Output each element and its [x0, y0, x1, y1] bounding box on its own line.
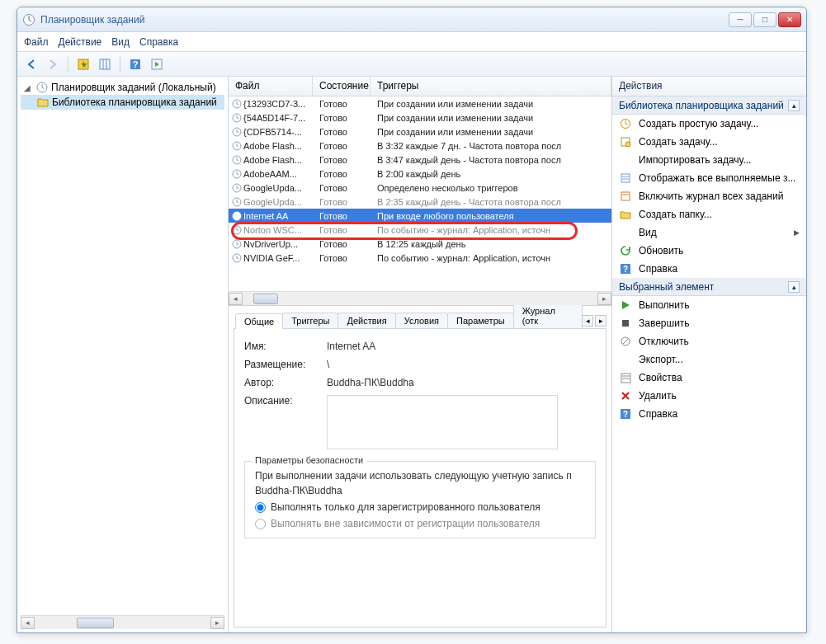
column-triggers[interactable]: Триггеры: [371, 77, 611, 96]
task-row[interactable]: AdobeAAM...ГотовоВ 2:00 каждый день: [229, 167, 611, 181]
menu-file[interactable]: Файл: [24, 36, 49, 48]
scroll-left-icon[interactable]: ◂: [229, 293, 243, 305]
action-delete[interactable]: Удалить: [612, 387, 806, 405]
scroll-thumb[interactable]: [253, 294, 278, 304]
help-toolbar-icon[interactable]: ?: [126, 55, 144, 73]
tree-root[interactable]: ◢ Планировщик заданий (Локальный): [21, 80, 224, 95]
close-button[interactable]: ✕: [778, 12, 801, 27]
action-properties[interactable]: Свойства: [612, 369, 806, 387]
task-row[interactable]: Adobe Flash...ГотовоВ 3:32 каждые 7 дн. …: [229, 139, 611, 153]
collapse-icon[interactable]: ▴: [788, 100, 800, 111]
tab-conditions[interactable]: Условия: [395, 313, 448, 328]
toolbar-separator: [120, 57, 120, 72]
tree-library-label: Библиотека планировщика заданий: [52, 96, 217, 108]
nav-forward-button[interactable]: [44, 55, 62, 73]
collapse-icon[interactable]: ▴: [788, 281, 800, 293]
menu-view[interactable]: Вид: [111, 36, 130, 48]
action-create-basic[interactable]: Создать простую задачу...: [612, 115, 806, 133]
task-row[interactable]: Adobe Flash...ГотовоВ 3:47 каждый день -…: [229, 153, 611, 167]
svg-rect-27: [621, 192, 630, 200]
action-disable[interactable]: Отключить: [612, 332, 806, 350]
action-help2[interactable]: ? Справка: [612, 405, 806, 423]
tree-hscrollbar[interactable]: ◂ ▸: [21, 615, 224, 629]
properties-icon: [619, 371, 632, 384]
minimize-button[interactable]: ─: [729, 12, 752, 27]
field-location-value: \: [327, 359, 596, 370]
scope-icon[interactable]: [74, 55, 92, 73]
scroll-left-icon[interactable]: ◂: [21, 617, 35, 629]
action-help[interactable]: ? Справка: [612, 260, 806, 278]
action-create-task[interactable]: Создать задачу...: [612, 133, 806, 151]
task-name: Norton WSC...: [243, 225, 302, 235]
clock-icon: [232, 253, 242, 263]
task-row[interactable]: GoogleUpda...ГотовоОпределено несколько …: [229, 181, 611, 195]
svg-rect-24: [621, 174, 630, 182]
task-row[interactable]: {CDFB5714-...ГотовоПри создании или изме…: [229, 125, 611, 139]
field-description-box[interactable]: [327, 395, 558, 449]
svg-text:?: ?: [623, 410, 628, 419]
task-trigger: При создании или изменении задачи: [371, 113, 611, 123]
task-status: Готово: [313, 253, 371, 263]
action-view[interactable]: Вид ▶: [612, 223, 806, 242]
expand-icon[interactable]: ◢: [24, 83, 33, 92]
tab-settings[interactable]: Параметры: [447, 313, 514, 328]
action-export[interactable]: Экспорт...: [612, 350, 806, 369]
radio-logged-on-label: Выполнять только для зарегистрированного…: [271, 501, 540, 513]
action-run[interactable]: Выполнить: [612, 296, 806, 314]
task-status: Готово: [313, 141, 371, 151]
action-refresh[interactable]: Обновить: [612, 242, 806, 260]
field-author-label: Автор:: [244, 377, 327, 388]
action-new-folder[interactable]: Создать папку...: [612, 205, 806, 223]
task-row[interactable]: Norton WSC...ГотовоПо событию - журнал: …: [229, 223, 611, 237]
tab-general[interactable]: Общие: [235, 313, 283, 329]
tab-actions[interactable]: Действия: [337, 313, 395, 328]
menu-action[interactable]: Действие: [59, 36, 102, 48]
maximize-button[interactable]: □: [753, 12, 776, 27]
columns-icon[interactable]: [96, 55, 114, 73]
help-icon: ?: [619, 262, 632, 275]
field-name-value: Internet AA: [327, 341, 596, 352]
actions-section-library[interactable]: Библиотека планировщика заданий ▴: [612, 96, 806, 115]
task-trigger: По событию - журнал: Application, источн: [371, 253, 611, 263]
nav-back-button[interactable]: [22, 55, 40, 73]
tab-scroll-right[interactable]: ▸: [595, 315, 607, 327]
svg-line-33: [623, 339, 628, 344]
toolbar-separator: [68, 57, 68, 72]
actions-section-selected[interactable]: Выбранный элемент ▴: [612, 278, 806, 296]
task-row[interactable]: Internet AAГотовоПри входе любого пользо…: [229, 209, 611, 223]
column-status[interactable]: Состояние: [313, 77, 371, 96]
task-name: Internet AA: [243, 211, 288, 221]
action-end[interactable]: Завершить: [612, 314, 806, 332]
scroll-right-icon[interactable]: ▸: [597, 293, 611, 305]
tree-library[interactable]: Библиотека планировщика заданий: [21, 95, 224, 110]
task-name: {CDFB5714-...: [243, 127, 302, 137]
radio-logged-on[interactable]: [255, 502, 266, 513]
task-row[interactable]: NvDriverUp...ГотовоВ 12:25 каждый день: [229, 237, 611, 251]
task-row[interactable]: {54A5D14F-7...ГотовоПри создании или изм…: [229, 110, 611, 125]
menu-help[interactable]: Справка: [139, 36, 178, 48]
task-row[interactable]: NVIDIA GeF...ГотовоПо событию - журнал: …: [229, 251, 611, 265]
task-trigger: При входе любого пользователя: [371, 211, 611, 221]
run-toolbar-icon[interactable]: [148, 55, 166, 73]
action-show-running[interactable]: Отображать все выполняемые з...: [612, 169, 806, 187]
task-name: Adobe Flash...: [243, 155, 302, 165]
window-title: Планировщик заданий: [40, 14, 727, 26]
action-enable-history[interactable]: Включить журнал всех заданий: [612, 187, 806, 205]
scroll-right-icon[interactable]: ▸: [210, 617, 224, 629]
field-location-label: Размещение:: [244, 359, 327, 370]
tasklist-hscrollbar[interactable]: ◂ ▸: [229, 291, 611, 305]
tree-pane: ◢ Планировщик заданий (Локальный) Библио…: [17, 77, 229, 632]
task-trigger: Определено несколько триггеров: [371, 183, 611, 193]
radio-any-user[interactable]: [255, 519, 266, 529]
actions-pane: Действия Библиотека планировщика заданий…: [611, 77, 806, 632]
tab-triggers[interactable]: Триггеры: [282, 313, 338, 328]
column-name[interactable]: Файл: [229, 77, 313, 96]
task-row[interactable]: GoogleUpda...ГотовоВ 2:35 каждый день - …: [229, 195, 611, 209]
task-row[interactable]: {13293CD7-3...ГотовоПри создании или изм…: [229, 96, 611, 110]
tab-scroll-left[interactable]: ◂: [582, 315, 593, 327]
actions-pane-header: Действия: [612, 77, 806, 96]
task-trigger: В 3:32 каждые 7 дн. - Частота повтора по…: [371, 141, 611, 151]
tab-history[interactable]: Журнал (отк: [513, 303, 583, 328]
action-import[interactable]: Импортировать задачу...: [612, 151, 806, 169]
scroll-thumb[interactable]: [77, 618, 114, 628]
